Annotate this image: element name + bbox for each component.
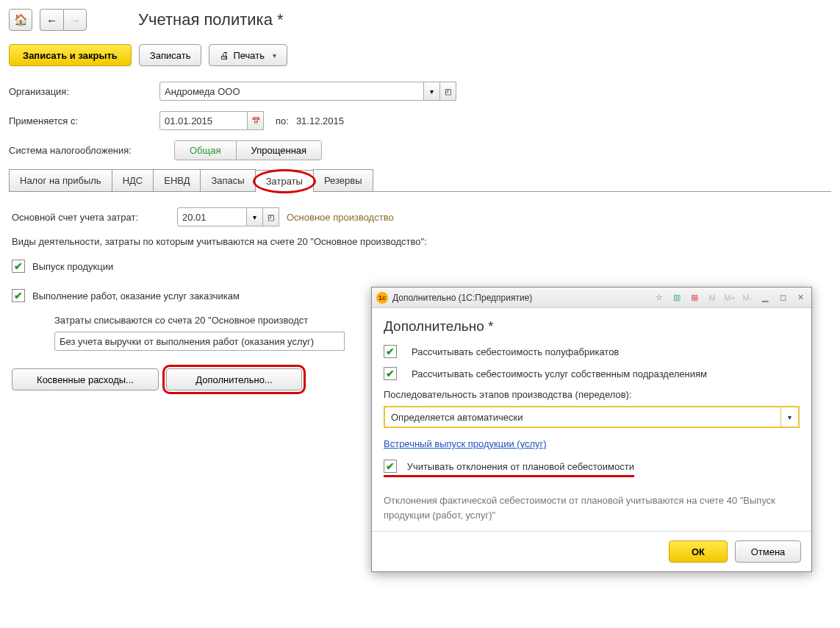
calendar-button[interactable]: 📅 — [248, 111, 264, 130]
org-input[interactable]: Андромеда ООО — [159, 82, 424, 101]
memory-m-button[interactable]: M — [706, 291, 719, 304]
printer-icon: 🖨 — [220, 50, 229, 61]
calendar-mini-icon[interactable]: ▦ — [688, 291, 701, 304]
arrow-left-icon: ← — [46, 14, 57, 26]
save-button[interactable]: Записать — [139, 44, 202, 66]
acct-dropdown-button[interactable]: ▾ — [247, 207, 263, 226]
save-close-button[interactable]: Записать и закрыть — [9, 44, 132, 66]
forward-button[interactable]: → — [63, 9, 87, 31]
tab-stock[interactable]: Запасы — [200, 169, 255, 191]
page-title: Учетная политика * — [138, 10, 284, 29]
app-1c-icon: 1c — [376, 292, 388, 304]
minimize-button[interactable]: ▁ — [758, 291, 772, 304]
writeoff-select[interactable]: Без учета выручки от выполнения работ (о… — [54, 332, 345, 351]
chk-semiproducts[interactable]: ✔ — [384, 345, 397, 358]
seq-select[interactable]: Определяется автоматически ▾ — [384, 406, 800, 414]
memory-mplus-button[interactable]: M+ — [723, 291, 736, 304]
org-label: Организация: — [9, 86, 159, 97]
chk-output-label: Выпуск продукции — [32, 261, 113, 272]
dialog-title: Дополнительно * — [384, 318, 800, 335]
tab-envd[interactable]: ЕНВД — [153, 169, 201, 191]
memory-mminus-button[interactable]: M- — [741, 291, 754, 304]
chk-works-label: Выполнение работ, оказание услуг заказчи… — [32, 290, 240, 301]
additional-button[interactable]: Дополнительно... — [166, 368, 302, 390]
tab-nds[interactable]: НДС — [112, 169, 154, 191]
chk-works[interactable]: ✔ — [12, 289, 25, 302]
tab-costs[interactable]: Затраты — [255, 170, 314, 192]
acct-open-button[interactable]: ◰ — [263, 207, 279, 226]
dialog-titlebar-text: Дополнительно (1С:Предприятие) — [392, 293, 532, 303]
taxsys-toggle[interactable]: Общая Упрощенная — [174, 140, 322, 160]
org-dropdown-button[interactable]: ▾ — [424, 82, 440, 101]
tab-reserves[interactable]: Резервы — [313, 169, 373, 191]
kinds-label: Виды деятельности, затраты по которым уч… — [12, 236, 828, 247]
applied-from-input[interactable]: 01.01.2015 — [159, 111, 248, 130]
chevron-down-icon[interactable]: ▾ — [780, 407, 798, 414]
org-open-button[interactable]: ◰ — [440, 82, 456, 101]
calc-icon[interactable]: ▥ — [670, 291, 683, 304]
arrow-right-icon: → — [70, 14, 81, 26]
close-button[interactable]: ✕ — [794, 291, 807, 304]
favorite-icon[interactable]: ☆ — [653, 291, 666, 304]
additional-dialog: 1c Дополнительно (1С:Предприятие) ☆ ▥ ▦ … — [371, 287, 812, 414]
acct-desc: Основное производство — [287, 212, 394, 223]
applied-label: Применяется с: — [9, 115, 159, 126]
applied-to-value: 31.12.2015 — [296, 115, 344, 126]
tabs: Налог на прибыль НДС ЕНВД Запасы Затраты… — [9, 169, 831, 192]
home-button[interactable]: 🏠 — [9, 9, 32, 31]
seq-label: Последовательность этапов производства (… — [384, 389, 800, 400]
tab-profit[interactable]: Налог на прибыль — [9, 169, 112, 191]
maximize-button[interactable]: ◻ — [776, 291, 789, 304]
back-button[interactable]: ← — [40, 9, 63, 31]
taxsys-simple[interactable]: Упрощенная — [236, 141, 322, 160]
acct-input[interactable]: 20.01 — [177, 207, 247, 226]
print-button[interactable]: 🖨Печать — [209, 44, 287, 66]
acct-label: Основной счет учета затрат: — [12, 212, 177, 223]
taxsys-common[interactable]: Общая — [175, 141, 236, 160]
home-icon: 🏠 — [14, 13, 28, 26]
chk-services-label: Рассчитывать себестоимость услуг собстве… — [412, 368, 707, 379]
indirect-costs-button[interactable]: Косвенные расходы... — [12, 368, 159, 390]
chk-services[interactable]: ✔ — [384, 367, 397, 380]
chk-semiproducts-label: Рассчитывать себестоимость полуфабрикато… — [412, 346, 619, 357]
calendar-icon: 📅 — [251, 117, 260, 125]
taxsys-label: Система налогообложения: — [9, 145, 174, 156]
applied-to-label: по: — [276, 115, 289, 126]
chk-output[interactable]: ✔ — [12, 260, 25, 273]
